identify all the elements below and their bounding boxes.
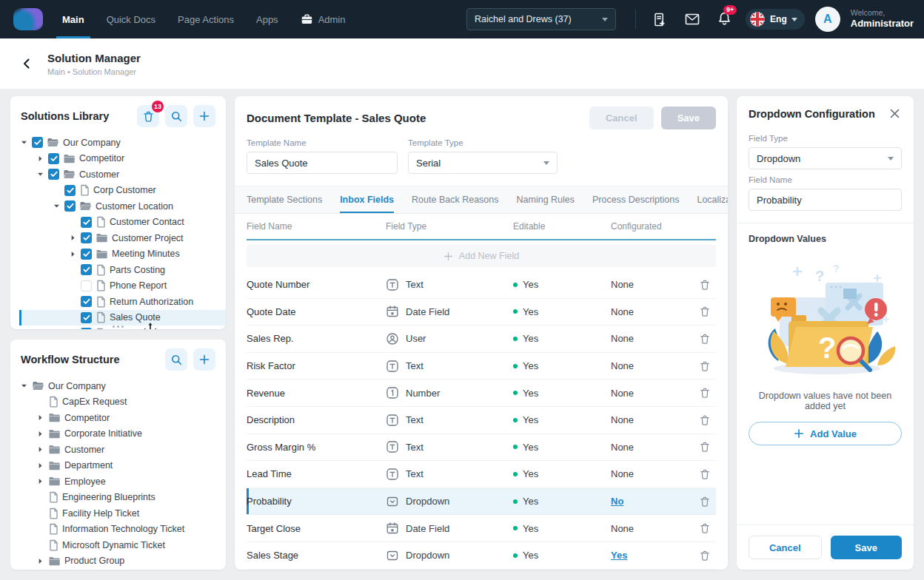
- search-button[interactable]: [165, 105, 187, 127]
- field-name-input[interactable]: [749, 189, 902, 211]
- tree-item-capex-request[interactable]: CapEx Request: [19, 394, 226, 411]
- tree-item-microsoft-dynamic-ticket[interactable]: Microsoft Dynamic Ticket: [19, 537, 226, 553]
- tree-checkbox[interactable]: [81, 249, 92, 260]
- tree-checkbox[interactable]: [48, 169, 59, 180]
- tree-item-customer-contact[interactable]: Customer Contact: [19, 215, 226, 231]
- mail-button[interactable]: [681, 9, 703, 30]
- tree-item-corporate-initiative[interactable]: Corporate Initiative: [19, 426, 226, 442]
- language-select[interactable]: Eng: [746, 9, 805, 30]
- config-save-button[interactable]: Save: [831, 536, 903, 559]
- delete-row-button[interactable]: [694, 548, 716, 563]
- tab-localization[interactable]: Localization: [697, 186, 728, 213]
- tree-item-customer[interactable]: Customer: [19, 166, 226, 183]
- delete-row-button[interactable]: [694, 467, 716, 482]
- add-button[interactable]: [193, 348, 215, 371]
- tree-item-our-company[interactable]: Our Company: [19, 378, 226, 394]
- caret-right-icon[interactable]: [36, 462, 44, 469]
- tree-item-meeting-minutes[interactable]: Meeting Minutes: [19, 246, 226, 263]
- caret-right-icon[interactable]: [36, 155, 44, 162]
- tree-item-our-company[interactable]: Our Company: [19, 135, 226, 151]
- tab-process-descriptions[interactable]: Process Descriptions: [592, 186, 679, 213]
- add-new-field-button[interactable]: Add New Field: [247, 245, 716, 267]
- app-logo-icon[interactable]: [13, 8, 43, 30]
- back-button[interactable]: [18, 55, 36, 72]
- table-row-revenue[interactable]: RevenueNumberYesNone: [247, 380, 716, 407]
- caret-right-icon[interactable]: [36, 558, 44, 564]
- delete-row-button[interactable]: [694, 385, 716, 400]
- tab-route-back-reasons[interactable]: Route Back Reasons: [412, 186, 498, 213]
- caret-down-icon[interactable]: [19, 382, 28, 389]
- delete-row-button[interactable]: [694, 277, 716, 292]
- caret-right-icon[interactable]: [36, 446, 44, 453]
- table-row-lead-time[interactable]: Lead TimeTextYesNone: [247, 461, 716, 488]
- tree-item-information-technology-ticket[interactable]: Information Technology Ticket: [19, 522, 226, 538]
- nav-item-page-actions[interactable]: Page Actions: [178, 0, 234, 38]
- save-button[interactable]: Save: [661, 107, 716, 129]
- tree-checkbox[interactable]: [48, 153, 59, 164]
- tree-item-sales-quote[interactable]: Sales Quote: [19, 310, 226, 326]
- tree-item-engineering-blueprints[interactable]: Engineering Blueprints: [19, 490, 226, 506]
- tab-inbox-fields[interactable]: Inbox Fields: [340, 186, 394, 213]
- table-row-gross-margin[interactable]: Gross Margin %TextYesNone: [247, 434, 716, 462]
- tree-checkbox[interactable]: [32, 137, 43, 148]
- table-row-target-close[interactable]: Target CloseDate FieldYesNone: [247, 515, 716, 542]
- tree-checkbox[interactable]: [64, 185, 76, 196]
- caret-down-icon[interactable]: [52, 203, 61, 209]
- caret-right-icon[interactable]: [36, 431, 44, 437]
- caret-down-icon[interactable]: [19, 139, 28, 146]
- configurated-link[interactable]: Yes: [611, 550, 627, 561]
- close-button[interactable]: [888, 107, 902, 121]
- tree-item-customer[interactable]: Customer: [19, 442, 226, 458]
- avatar[interactable]: A: [815, 7, 840, 32]
- delete-row-button[interactable]: [694, 413, 716, 428]
- delete-row-button[interactable]: [694, 359, 716, 374]
- config-cancel-button[interactable]: Cancel: [749, 536, 822, 559]
- tree-checkbox[interactable]: [81, 264, 92, 275]
- tree-item-item[interactable]: [19, 569, 226, 570]
- tree-item-product-group[interactable]: Product Group: [19, 553, 226, 570]
- tree-checkbox[interactable]: [81, 280, 92, 291]
- tree-item-department[interactable]: Department: [19, 458, 226, 474]
- tree-checkbox[interactable]: [81, 232, 92, 243]
- cancel-button[interactable]: Cancel: [589, 107, 654, 129]
- delete-row-button[interactable]: [694, 304, 716, 319]
- caret-right-icon[interactable]: [68, 235, 77, 241]
- table-row-sales-rep[interactable]: Sales Rep.UserYesNone: [247, 326, 716, 353]
- tree-checkbox[interactable]: [64, 200, 76, 212]
- caret-down-icon[interactable]: [36, 171, 44, 178]
- tree-item-customer-project[interactable]: Customer Project: [19, 230, 226, 246]
- caret-right-icon[interactable]: [36, 414, 44, 421]
- tree-item-return-authorization[interactable]: Return Authorization: [19, 294, 226, 310]
- tree-checkbox[interactable]: [81, 328, 92, 329]
- table-row-description[interactable]: DescriptionTextYesNone: [247, 407, 716, 434]
- table-row-quote-number[interactable]: Quote NumberTextYesNone: [247, 272, 716, 299]
- nav-item-admin[interactable]: Admin: [301, 0, 346, 38]
- tab-naming-rules[interactable]: Naming Rules: [517, 186, 575, 213]
- tree-item-customer-location[interactable]: Customer Location: [19, 198, 226, 215]
- field-type-select[interactable]: Dropdown: [749, 147, 902, 169]
- panel-resize-handle[interactable]: [10, 326, 226, 328]
- delete-row-button[interactable]: [694, 331, 716, 346]
- tree-item-employee[interactable]: Employee: [19, 473, 226, 490]
- add-button[interactable]: [193, 105, 215, 127]
- search-button[interactable]: [165, 348, 187, 371]
- notifications-button[interactable]: 9+: [714, 8, 735, 30]
- tree-item-competitor[interactable]: Competitor: [19, 410, 226, 426]
- tree-checkbox[interactable]: [81, 312, 92, 323]
- table-row-sales-stage[interactable]: Sales StageDropdownYesYes: [247, 542, 716, 570]
- workspace-select[interactable]: Raichel and Drews (37): [466, 8, 616, 30]
- new-document-button[interactable]: [649, 9, 671, 30]
- trash-button[interactable]: 13: [137, 105, 159, 127]
- template-type-select[interactable]: Serial: [408, 152, 558, 174]
- table-row-quote-date[interactable]: Quote DateDate FieldYesNone: [247, 299, 716, 326]
- tree-checkbox[interactable]: [81, 217, 92, 228]
- configurated-link[interactable]: No: [611, 496, 623, 507]
- tab-template-sections[interactable]: Template Sections: [247, 186, 322, 213]
- tree-item-phone-report[interactable]: Phone Report: [19, 278, 226, 294]
- nav-item-apps[interactable]: Apps: [256, 0, 278, 38]
- nav-item-quick-docs[interactable]: Quick Docs: [107, 0, 155, 38]
- nav-item-main[interactable]: Main: [62, 0, 84, 38]
- add-value-button[interactable]: Add Value: [749, 422, 902, 445]
- table-row-probability[interactable]: ProbabilityDropdownYesNo: [247, 488, 716, 516]
- caret-right-icon[interactable]: [68, 251, 77, 257]
